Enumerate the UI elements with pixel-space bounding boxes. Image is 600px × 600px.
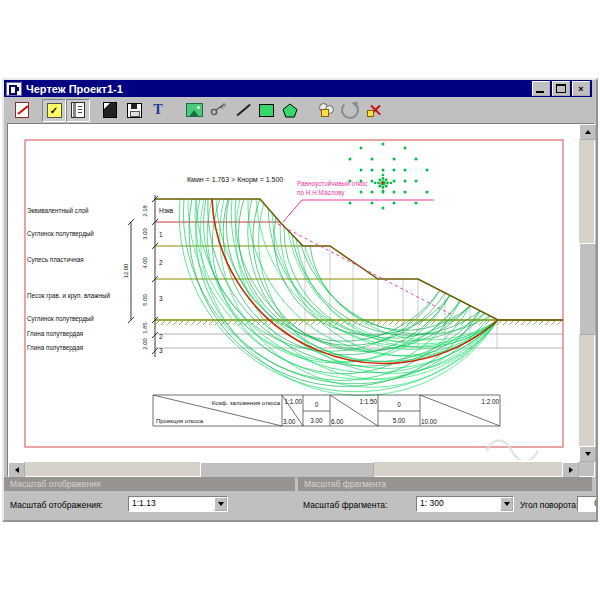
trial-center-dot [426, 191, 429, 194]
fragment-scale-dropdown-button[interactable] [500, 497, 513, 511]
trial-center-dot [377, 182, 380, 185]
slope-coefficient-value: 1:1.50 [359, 398, 377, 405]
scroll-down-button[interactable] [579, 446, 596, 462]
hatch-tick [533, 321, 537, 325]
checkbox-icon: ✓ [47, 103, 62, 118]
window-title: Чертеж Проект1-1 [26, 83, 123, 95]
trial-center-dot [382, 186, 385, 189]
polygon-tool-button[interactable] [278, 99, 302, 122]
save-icon [127, 103, 142, 118]
horizontal-scroll-thumb[interactable] [200, 462, 374, 478]
trial-center-dot [415, 180, 418, 183]
slope-stability-drawing[interactable]: Кмин = 1.763 > Кнорм = 1.500Равноустойчи… [8, 124, 577, 460]
line-icon [235, 103, 249, 117]
hatch-tick [527, 321, 531, 325]
edit-drawing-button[interactable] [10, 99, 34, 122]
new-page-button[interactable] [98, 99, 122, 122]
trial-center-dot [371, 169, 374, 172]
display-scale-label: Масштаб отображения: [10, 500, 103, 510]
notebook-icon [71, 102, 85, 118]
group-button[interactable] [314, 99, 338, 122]
notes-list-button[interactable] [66, 99, 90, 122]
layers-check-button[interactable]: ✓ [42, 99, 66, 122]
key-button[interactable] [206, 99, 230, 122]
scroll-right-button[interactable] [562, 462, 579, 478]
hatch-tick [161, 321, 165, 325]
fragment-scale-combo[interactable]: 1: 300 [416, 496, 514, 512]
vertical-scrollbar[interactable] [579, 124, 594, 462]
hatch-tick [155, 321, 159, 325]
save-button[interactable] [122, 99, 146, 122]
hatch-tick [179, 321, 183, 325]
maximize-button[interactable] [552, 81, 570, 96]
edit-drawing-icon [15, 102, 29, 118]
trial-center-dot [382, 190, 385, 193]
display-scale-dropdown-button[interactable] [214, 497, 227, 511]
display-scale-combo[interactable]: 1:1.13 [128, 496, 228, 512]
vertical-scroll-thumb[interactable] [579, 243, 596, 335]
slip-circle-arc [183, 199, 490, 384]
slip-circle-arc [220, 199, 498, 387]
table-header-coef: Коэф. заложения откоса [212, 400, 281, 406]
trial-center-dot [385, 185, 388, 188]
minimize-icon [536, 91, 544, 93]
rectangle-icon [259, 104, 274, 117]
drawing-canvas[interactable]: Кмин = 1.763 > Кнорм = 1.500Равноустойчи… [7, 123, 595, 477]
rectangle-tool-button[interactable] [254, 99, 278, 122]
layer-number-label: 2 [159, 333, 163, 340]
trial-center-dot [404, 191, 407, 194]
maslov-annotation-line1: Равноустойчивый откос [297, 180, 368, 188]
hatch-tick [293, 321, 297, 325]
fragment-scale-value: 1: 300 [420, 498, 444, 508]
trial-center-dot [371, 191, 374, 194]
scroll-up-button[interactable] [579, 124, 596, 140]
line-tool-button[interactable] [230, 99, 254, 122]
soil-layer-label: Суглинок полутвердый [27, 315, 94, 323]
chevron-down-icon [218, 502, 224, 506]
hatch-tick [545, 321, 549, 325]
hatch-tick [191, 321, 195, 325]
slope-projection-value: 3.00 [310, 417, 323, 424]
toolbar: ✓ T [4, 97, 592, 123]
trial-center-dot [386, 182, 389, 185]
critical-center-dot [381, 181, 384, 184]
table-header-projection: Проекция откоса [156, 418, 204, 424]
trial-center-dot [371, 180, 374, 183]
slip-circle-arc [274, 217, 450, 335]
title-bar[interactable]: Чертеж Проект1-1 × [4, 80, 592, 97]
trial-center-dot [404, 180, 407, 183]
overall-dimension-value: 12.00 [123, 264, 129, 279]
slope-projection-value: 10.00 [421, 418, 437, 425]
dimension-value: 4.00 [142, 257, 148, 268]
trial-center-dot [404, 169, 407, 172]
minimize-button[interactable] [532, 81, 550, 96]
hatch-tick [197, 321, 201, 325]
horizontal-scrollbar[interactable] [8, 462, 579, 476]
slip-circle-arc [272, 213, 498, 350]
text-tool-button[interactable]: T [146, 99, 170, 122]
trial-center-dot [360, 191, 363, 194]
key-icon [210, 103, 226, 117]
display-scale-panel-header: Масштаб отображения [4, 477, 295, 491]
screen: Чертеж Проект1-1 × ✓ [0, 0, 600, 600]
trial-center-dot [371, 202, 374, 205]
maslov-annotation-line2: по Н.Н.Маслову [297, 189, 345, 197]
trial-center-dot [404, 147, 407, 150]
scroll-left-button[interactable] [8, 462, 25, 478]
hatch-tick [173, 321, 177, 325]
delete-button[interactable] [362, 99, 386, 122]
page-icon [103, 102, 117, 118]
rotate-button[interactable] [338, 99, 362, 122]
close-button[interactable]: × [572, 81, 590, 96]
dimension-value: 2.18 [142, 205, 148, 216]
hatch-tick [539, 321, 543, 325]
layer-number-label: 2 [159, 259, 163, 266]
rotation-angle-field[interactable]: 0°0 [577, 496, 598, 512]
pentagon-icon [282, 103, 298, 118]
image-icon [186, 103, 203, 117]
trial-center-dot [426, 169, 429, 172]
maslov-callout-line [283, 200, 434, 222]
image-button[interactable] [182, 99, 206, 122]
fragment-scale-panel-header: Масштаб фрагмента [298, 477, 592, 491]
hatch-tick [515, 321, 519, 325]
